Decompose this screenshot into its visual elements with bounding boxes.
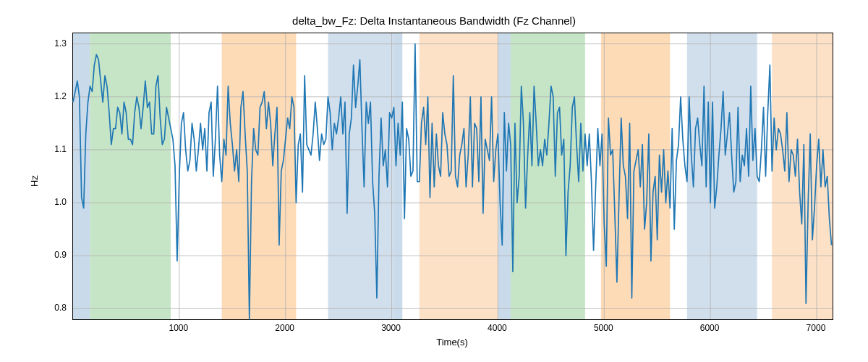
y-axis-label: Hz (29, 175, 40, 187)
x-tick-label: 2000 (275, 323, 294, 333)
shaded-region (393, 33, 402, 319)
chart-container: delta_bw_Fz: Delta Instantaneous Bandwid… (0, 0, 868, 362)
shaded-region (772, 33, 833, 319)
y-tick-label: 0.8 (54, 303, 67, 313)
y-tick-label: 0.9 (54, 250, 67, 260)
shaded-region (222, 33, 297, 319)
x-tick-label: 4000 (488, 323, 507, 333)
x-tick-label: 3000 (381, 323, 401, 333)
x-tick-label: 5000 (594, 323, 613, 333)
plot-svg (73, 33, 833, 319)
y-tick-label: 1.3 (54, 38, 67, 49)
plot-area (72, 33, 833, 320)
shaded-region (687, 33, 757, 319)
shaded-region (511, 33, 585, 319)
x-tick-label: 6000 (700, 323, 720, 333)
x-tick-label: 7000 (807, 323, 826, 333)
x-tick-label: 1000 (169, 323, 188, 333)
y-tick-label: 1.0 (54, 197, 67, 207)
x-axis-label: Time(s) (72, 337, 832, 348)
shaded-region (601, 33, 670, 319)
y-tick-label: 1.1 (54, 144, 67, 154)
chart-title: delta_bw_Fz: Delta Instantaneous Bandwid… (0, 14, 868, 27)
y-tick-label: 1.2 (54, 91, 67, 101)
